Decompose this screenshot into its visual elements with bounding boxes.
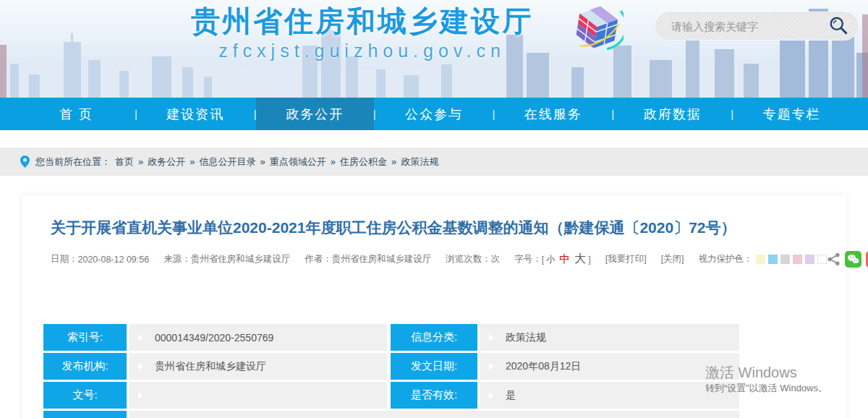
article-meta: 日期：2020-08-12 09:56 来源：贵州省住房和城乡建设厅 作者：贵州… — [51, 251, 817, 268]
meta-date: 日期：2020-08-12 09:56 — [51, 253, 149, 265]
info-value-issuing-agency: 贵州省住房和城乡建设厅 — [129, 353, 387, 380]
site-title: 贵州省住房和城乡建设厅 — [165, 4, 559, 38]
info-table: 索引号: 000014349/2020-2550769 信息分类: 政策法规 发… — [43, 324, 739, 418]
info-label-index-number: 索引号: — [43, 324, 127, 351]
location-pin-icon — [20, 155, 30, 168]
breadcrumb-link-gov-affairs[interactable]: 政务公开 — [148, 155, 185, 169]
share-icon[interactable] — [827, 252, 841, 266]
breadcrumb-link-housing-fund[interactable]: 住房公积金 — [340, 155, 387, 169]
info-label-validity: 是否有效: — [391, 382, 477, 409]
breadcrumb-separator: » — [260, 156, 265, 167]
site-url: zfcxjst.guizhou.gov.cn — [165, 40, 559, 61]
page: 贵州省住房和城乡建设厅 zfcxjst.guizhou.gov.cn — [0, 0, 868, 418]
weibo-icon[interactable] — [866, 251, 868, 268]
info-label-category: 信息分类: — [391, 324, 477, 351]
site-identity: 贵州省住房和城乡建设厅 zfcxjst.guizhou.gov.cn — [165, 4, 559, 61]
info-label-title: 名 称: — [43, 411, 127, 418]
print-button[interactable]: [我要打印] — [605, 253, 647, 265]
eyecare-swatch-gray[interactable] — [780, 255, 790, 264]
breadcrumb-separator: » — [138, 156, 143, 167]
meta-source: 来源：贵州省住房和城乡建设厅 — [163, 253, 290, 265]
fontsize-large-button[interactable]: 大 — [574, 252, 586, 267]
breadcrumb-link-policies[interactable]: 政策法规 — [401, 155, 438, 169]
breadcrumb-separator: » — [331, 156, 336, 167]
breadcrumb-link-home[interactable]: 首页 — [115, 155, 134, 169]
arrow-right-icon — [489, 334, 494, 341]
site-header: 贵州省住房和城乡建设厅 zfcxjst.guizhou.gov.cn — [0, 0, 868, 98]
eyecare-colors: 视力保护色： — [699, 253, 827, 265]
search-box — [655, 12, 859, 40]
meta-author: 作者：贵州省住房和城乡建设厅 — [305, 253, 431, 265]
arrow-right-icon — [489, 363, 494, 370]
info-value-validity: 是 — [480, 382, 739, 409]
eyecare-swatch-pink[interactable] — [793, 255, 802, 264]
table-row: 名 称: 关于开展省直机关事业单位2020-2021年度职工住房公积金基数调整的… — [43, 411, 739, 418]
table-row: 索引号: 000014349/2020-2550769 信息分类: 政策法规 — [43, 324, 739, 351]
info-value-category: 政策法规 — [480, 324, 739, 351]
eyecare-swatch-blue[interactable] — [768, 255, 778, 264]
share-buttons — [827, 251, 868, 268]
info-value-document-number — [129, 382, 387, 409]
eyecare-swatch-yellow[interactable] — [756, 255, 765, 264]
eyecare-swatch-purple[interactable] — [805, 255, 814, 264]
table-row: 发布机构: 贵州省住房和城乡建设厅 发文日期: 2020年08月12日 — [43, 353, 739, 380]
fontsize-medium-button[interactable]: 中 — [559, 252, 570, 266]
article-card: 关于开展省直机关事业单位2020-2021年度职工住房公积金基数调整的通知（黔建… — [22, 195, 846, 418]
info-value-title: 关于开展省直机关事业单位2020-2021年度职工住房公积金基数调整的通知（黔建… — [129, 411, 739, 418]
breadcrumb-link-key-areas[interactable]: 重点领域公开 — [270, 155, 326, 169]
arrow-right-icon — [489, 392, 494, 399]
meta-views: 浏览次数：次 — [446, 253, 500, 265]
breadcrumb-separator: » — [391, 156, 396, 167]
info-label-issuing-agency: 发布机构: — [43, 353, 127, 380]
eyecare-swatch-white[interactable] — [817, 255, 827, 264]
arrow-right-icon — [138, 334, 143, 341]
nav-item-public-participation[interactable]: 公众参与 — [375, 98, 493, 130]
breadcrumb-link-info-catalog[interactable]: 信息公开目录 — [199, 155, 255, 169]
info-label-document-number: 文号: — [43, 382, 127, 409]
info-value-issue-date: 2020年08月12日 — [480, 353, 739, 380]
close-button[interactable]: [关闭] — [661, 253, 684, 265]
breadcrumb-separator: » — [190, 156, 195, 167]
info-label-issue-date: 发文日期: — [391, 353, 477, 380]
breadcrumb: 您当前所在位置： 首页 » 政务公开 » 信息公开目录 » 重点领域公开 » 住… — [0, 148, 868, 176]
breadcrumb-prefix: 您当前所在位置： — [35, 155, 111, 169]
nav-item-construction-news[interactable]: 建设资讯 — [137, 98, 255, 130]
search-input[interactable] — [671, 20, 829, 33]
nav-item-government-affairs[interactable]: 政务公开 — [256, 98, 374, 130]
search-icon[interactable] — [829, 16, 849, 36]
colorful-cube-logo[interactable] — [570, 2, 624, 56]
nav-item-online-services[interactable]: 在线服务 — [494, 98, 612, 130]
info-value-index-number: 000014349/2020-2550769 — [129, 324, 387, 351]
arrow-right-icon — [138, 392, 143, 399]
fontsize-small-button[interactable]: 小 — [546, 253, 555, 265]
wechat-icon[interactable] — [845, 251, 861, 268]
fontsize-control: 字号： [ 小 中 大 ] — [514, 252, 590, 267]
nav-item-special-columns[interactable]: 专题专栏 — [733, 98, 851, 130]
arrow-right-icon — [138, 363, 143, 370]
table-row: 文号: 是否有效: 是 — [43, 382, 739, 409]
main-nav: 首 页 | 建设资讯 | 政务公开 | 公众参与 | 在线服务 | 政府数据 |… — [0, 98, 868, 130]
article-title: 关于开展省直机关事业单位2020-2021年度职工住房公积金基数调整的通知（黔建… — [51, 217, 817, 239]
nav-item-home[interactable]: 首 页 — [17, 98, 135, 130]
nav-item-government-data[interactable]: 政府数据 — [613, 98, 731, 130]
